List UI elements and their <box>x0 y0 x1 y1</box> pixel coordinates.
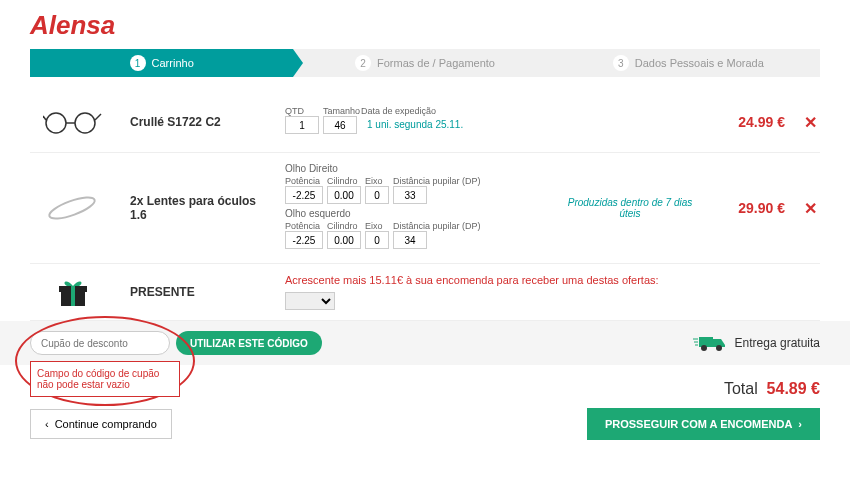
cart-item: Crullé S1722 C2 QTDTamanhoData de expedi… <box>30 92 820 153</box>
brand-logo[interactable]: Alensa <box>30 10 820 41</box>
chevron-left-icon: ‹ <box>45 418 49 430</box>
truck-icon <box>693 333 727 353</box>
svg-line-4 <box>95 114 101 120</box>
proceed-order-button[interactable]: PROSSEGUIR COM A ENCOMENDA › <box>587 408 820 440</box>
checkout-steps: 1Carrinho 2Formas de / Pagamento 3Dados … <box>30 49 820 77</box>
item-price: 24.99 € <box>715 114 785 130</box>
step-cart[interactable]: 1Carrinho <box>30 49 293 77</box>
power-input[interactable] <box>285 231 323 249</box>
svg-rect-9 <box>699 337 713 347</box>
cart-item: 2x Lentes para óculos 1.6 Olho Direito P… <box>30 153 820 264</box>
free-shipping: Entrega gratuita <box>693 333 820 353</box>
axis-input[interactable] <box>365 186 389 204</box>
remove-item-button[interactable]: ✕ <box>800 199 820 218</box>
cylinder-input[interactable] <box>327 231 361 249</box>
svg-point-1 <box>75 113 95 133</box>
cylinder-input[interactable] <box>327 186 361 204</box>
gift-section: PRESENTE Acrescente mais 15.11€ à sua en… <box>30 264 820 321</box>
svg-line-3 <box>43 116 46 120</box>
apply-coupon-button[interactable]: UTILIZAR ESTE CÓDIGO <box>176 331 322 355</box>
svg-point-11 <box>716 345 722 351</box>
production-note: Produzidas dentro de 7 dias úteis <box>560 197 700 219</box>
svg-rect-8 <box>71 286 75 306</box>
ship-date: 1 uni. segunda 25.11. <box>367 116 463 134</box>
gift-select[interactable] <box>285 292 335 310</box>
product-image <box>30 102 115 142</box>
power-input[interactable] <box>285 186 323 204</box>
svg-point-5 <box>47 193 97 223</box>
gift-title: PRESENTE <box>130 285 270 299</box>
chevron-right-icon: › <box>798 418 802 430</box>
step-payment[interactable]: 2Formas de / Pagamento <box>293 49 556 77</box>
remove-item-button[interactable]: ✕ <box>800 113 820 132</box>
svg-point-0 <box>46 113 66 133</box>
coupon-error: Campo do código de cupão não pode estar … <box>30 361 180 397</box>
continue-shopping-button[interactable]: ‹ Continue comprando <box>30 409 172 439</box>
gift-icon <box>30 276 115 308</box>
pd-input[interactable] <box>393 186 427 204</box>
axis-input[interactable] <box>365 231 389 249</box>
product-name: Crullé S1722 C2 <box>130 115 270 129</box>
coupon-input[interactable] <box>30 331 170 355</box>
coupon-section: UTILIZAR ESTE CÓDIGO Campo do código de … <box>0 321 850 365</box>
gift-message: Acrescente mais 15.11€ à sua encomenda p… <box>285 274 820 286</box>
product-name: 2x Lentes para óculos 1.6 <box>130 194 270 222</box>
total-value: 54.89 € <box>767 380 820 397</box>
svg-point-10 <box>701 345 707 351</box>
size-input[interactable] <box>323 116 357 134</box>
qty-input[interactable] <box>285 116 319 134</box>
pd-input[interactable] <box>393 231 427 249</box>
step-address[interactable]: 3Dados Pessoais e Morada <box>557 49 820 77</box>
product-image <box>30 188 115 228</box>
item-price: 29.90 € <box>715 200 785 216</box>
